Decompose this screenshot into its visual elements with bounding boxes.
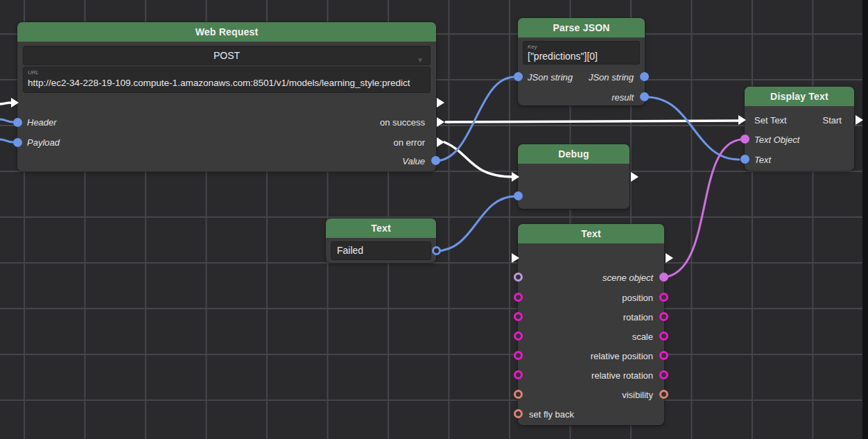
node-title: Parse JSON: [518, 18, 645, 37]
node-text-value[interactable]: Text Failed: [326, 218, 436, 263]
node-text-object[interactable]: Text scene object position rotation scal…: [518, 224, 664, 425]
node-parse-json[interactable]: Parse JSON Key ["predictions"][0] JSon s…: [518, 18, 645, 105]
method-dropdown[interactable]: POST ▼: [23, 46, 431, 65]
json-string-output-label: JSon string: [589, 73, 634, 82]
on-success-port[interactable]: [437, 117, 444, 127]
exec-out-port[interactable]: [666, 253, 673, 263]
wire-result-to-text: [646, 97, 739, 160]
value-output-port[interactable]: [431, 156, 440, 165]
set-fly-back-input-port[interactable]: [514, 409, 523, 418]
position-input-port[interactable]: [514, 293, 523, 302]
set-text-label: Set Text: [754, 116, 787, 125]
node-web-request[interactable]: Web Request POST ▼ URL http://ec2-34-228…: [17, 22, 436, 171]
result-output-port[interactable]: [640, 92, 649, 101]
wire-value-to-parsejson: [435, 77, 514, 161]
method-value: POST: [214, 50, 240, 61]
relative-rotation-label: relative rotation: [591, 371, 653, 380]
url-value: http://ec2-34-228-19-109.compute-1.amazo…: [28, 78, 427, 88]
node-editor-canvas[interactable]: Web Request POST ▼ URL http://ec2-34-228…: [0, 0, 868, 439]
wire-failed-to-debug: [435, 196, 516, 251]
key-field[interactable]: Key ["predictions"][0]: [523, 41, 640, 64]
node-title: Display Text: [745, 87, 854, 106]
scale-label: scale: [632, 332, 653, 341]
position-label: position: [622, 293, 653, 302]
text-value-field[interactable]: Failed: [331, 241, 431, 260]
json-string-input-label: JSon string: [528, 73, 573, 82]
wire-onsuccess-to-settext: [446, 121, 740, 122]
rotation-output-port[interactable]: [659, 312, 668, 321]
text-input-port[interactable]: [740, 155, 749, 164]
relative-position-output-port[interactable]: [659, 351, 668, 360]
exec-out-port[interactable]: [631, 172, 639, 182]
start-label: Start: [823, 116, 842, 125]
scene-object-output-port[interactable]: [659, 273, 668, 282]
on-error-label: on error: [393, 138, 425, 147]
position-output-port[interactable]: [659, 293, 668, 302]
exec-in-port[interactable]: [11, 98, 19, 107]
relative-rotation-output-port[interactable]: [659, 370, 668, 379]
value-output-label: Value: [402, 157, 425, 166]
result-output-label: result: [611, 93, 634, 102]
node-debug[interactable]: Debug: [518, 144, 630, 209]
scene-object-input-port[interactable]: [514, 273, 523, 282]
text-output-port[interactable]: [432, 246, 441, 255]
visibility-input-port[interactable]: [514, 390, 523, 399]
set-fly-back-label: set fly back: [529, 410, 574, 419]
payload-input-port[interactable]: [13, 138, 22, 147]
visibility-output-port[interactable]: [659, 390, 668, 399]
text-object-input-port[interactable]: [740, 135, 749, 144]
json-string-input-port[interactable]: [514, 72, 523, 81]
on-error-port[interactable]: [437, 137, 444, 147]
payload-input-label: Payload: [27, 138, 60, 147]
rotation-input-port[interactable]: [514, 312, 523, 321]
debug-value-input-port[interactable]: [514, 191, 523, 200]
node-title: Text: [518, 224, 664, 243]
set-text-exec-in-port[interactable]: [738, 115, 746, 125]
json-string-output-port[interactable]: [640, 72, 649, 81]
wire-exec-into-web-request: [0, 103, 12, 104]
text-object-label: Text Object: [754, 135, 799, 144]
relative-rotation-input-port[interactable]: [514, 370, 523, 379]
exec-out-port[interactable]: [437, 98, 444, 107]
header-input-label: Header: [27, 118, 57, 127]
node-title: Web Request: [17, 22, 436, 42]
url-field-label: URL: [28, 69, 39, 76]
text-value: Failed: [331, 245, 363, 256]
scale-output-port[interactable]: [659, 332, 668, 341]
wire-onerror-to-debug: [444, 142, 513, 177]
start-exec-out-port[interactable]: [856, 115, 863, 125]
key-value: ["predictions"][0]: [528, 51, 636, 62]
text-input-label: Text: [754, 155, 771, 164]
node-title: Debug: [518, 144, 630, 164]
exec-in-port[interactable]: [512, 253, 519, 263]
header-input-port[interactable]: [13, 118, 22, 127]
url-field[interactable]: URL http://ec2-34-228-19-109.compute-1.a…: [23, 67, 431, 93]
relative-position-input-port[interactable]: [514, 351, 523, 360]
visibility-label: visibility: [622, 390, 653, 399]
relative-position-label: relative position: [591, 352, 653, 361]
exec-in-port[interactable]: [512, 172, 519, 182]
on-success-label: on success: [380, 118, 425, 127]
node-display-text[interactable]: Display Text Set Text Start Text Object …: [745, 87, 854, 171]
wire-into-payload: [0, 139, 13, 142]
scene-object-label: scene object: [602, 273, 653, 282]
wire-sceneobject-to-textobject: [663, 139, 742, 277]
scale-input-port[interactable]: [514, 332, 523, 341]
rotation-label: rotation: [623, 313, 653, 322]
wire-into-header: [0, 119, 13, 122]
node-title: Text: [326, 218, 436, 238]
key-field-label: Key: [528, 44, 537, 50]
